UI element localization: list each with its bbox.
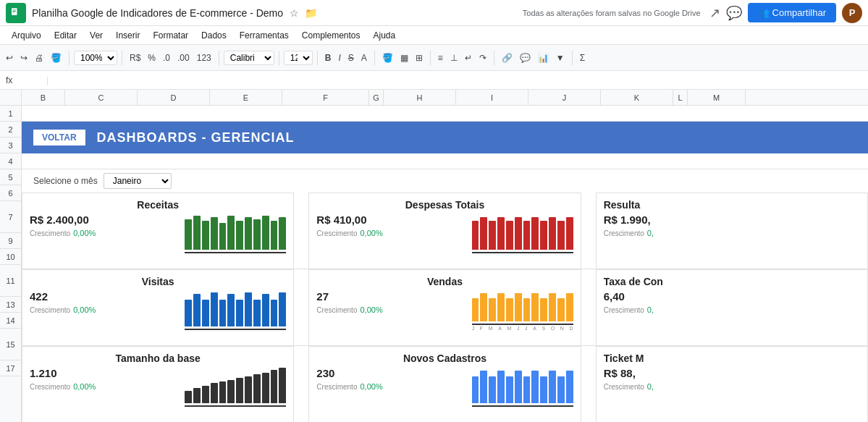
percent-button[interactable]: % [145,51,159,64]
share-button[interactable]: 👥 Compartilhar [748,3,836,22]
undo-button[interactable]: ↩ [3,51,16,64]
row-numbers: 1 2 3 4 5 6 7 9 10 11 13 14 15 17 [0,90,22,422]
kpi-ticket-title: Ticket M [604,353,860,364]
kpi-tamanho-title: Tamanho da base [30,353,286,364]
row-num-14: 14 [0,313,22,329]
rotate-button[interactable]: ↷ [476,51,489,64]
kpi-visitas-chart [185,290,286,339]
kpi-ticket-growth: Crescimento 0, [604,382,860,391]
align-button[interactable]: ≡ [435,51,446,64]
voltar-button[interactable]: VOLTAR [33,130,85,145]
kpi-despesas-left: R$ 410,00 Crescimento 0,00% [316,214,471,237]
wrap-button[interactable]: ↵ [462,51,475,64]
merge-button[interactable]: ⊞ [413,51,426,64]
kpi-visitas-growth-value: 0,00% [73,305,96,314]
row-num-4: 4 [0,153,22,169]
kpi-tamanho-growth-value: 0,00% [73,382,96,391]
decimal2-button[interactable]: .00 [174,51,193,64]
menu-inserir[interactable]: Inserir [110,29,146,42]
zoom-select[interactable]: 100% [74,51,117,65]
svg-rect-3 [13,12,15,12]
fill-color-button[interactable]: 🪣 [379,51,396,64]
menu-complementos[interactable]: Complementos [296,29,366,42]
row-num-10: 10 [0,249,22,265]
row-num-1: 1 [0,106,22,122]
redo-button[interactable]: ↪ [17,51,30,64]
month-selector-row: Selecione o mês Janeiro Fevereiro Março … [22,169,868,193]
strikethrough-button[interactable]: S [345,51,357,64]
kpi-tamanho-left: 1.210 Crescimento 0,00% [30,367,185,391]
col-j[interactable]: J [528,90,601,105]
col-g[interactable]: G [369,90,384,105]
col-e[interactable]: E [210,90,282,105]
text-color-button[interactable]: A [358,51,370,64]
col-b[interactable]: B [22,90,65,105]
kpi-grid: Receitas R$ 2.400,00 Crescimento 0,00% [22,193,868,422]
bold-button[interactable]: B [322,51,334,64]
folder-icon[interactable]: 📁 [305,7,317,19]
kpi-resultado-growth: Crescimento 0, [604,229,860,237]
font-select[interactable]: Calibri [224,51,274,65]
paint-format-button[interactable]: 🪣 [48,51,64,64]
menu-ver[interactable]: Ver [84,29,109,42]
italic-button[interactable]: I [335,51,343,64]
col-k[interactable]: K [601,90,673,105]
avatar[interactable]: P [842,3,862,23]
menu-formatar[interactable]: Formatar [147,29,194,42]
kpi-ticket-growth-label: Crescimento [604,383,644,391]
kpi-vendas-growth-value: 0,00% [360,305,382,314]
decimal0-button[interactable]: .0 [160,51,173,64]
kpi-tamanho: Tamanho da base 1.210 Crescimento 0,00% [22,346,294,422]
kpi-despesas-growth-value: 0,00% [360,229,382,237]
kpi-receitas-body: R$ 2.400,00 Crescimento 0,00% [30,214,286,263]
kpi-ticket-growth-value: 0, [647,382,654,391]
valign-button[interactable]: ⊥ [447,51,460,64]
spreadsheet-container: 1 2 3 4 5 6 7 9 10 11 13 14 15 17 B C D … [0,90,868,422]
menu-bar: Arquivo Editar Ver Inserir Formatar Dado… [0,26,868,45]
menu-ferramentas[interactable]: Ferramentas [234,29,295,42]
kpi-visitas-growth: Crescimento 0,00% [30,305,185,314]
kpi-receitas-growth-value: 0,00% [73,229,96,237]
spacer-4 [581,269,596,346]
kpi-taxa-body: 6,40 Crescimento 0, [604,290,860,314]
col-l[interactable]: L [673,90,688,105]
comment-button[interactable]: 💬 [517,51,534,64]
borders-button[interactable]: ▦ [397,51,411,64]
menu-editar[interactable]: Editar [49,29,83,42]
comment-icon[interactable]: 💬 [726,5,742,21]
formula-button[interactable]: Σ [577,51,588,64]
menu-ajuda[interactable]: Ajuda [368,29,402,42]
kpi-vendas: Vendas 27 Crescimento 0,00% [308,269,581,346]
month-selector[interactable]: Janeiro Fevereiro Março Abril Maio Junho… [104,173,172,189]
link-button[interactable]: 🔗 [499,51,515,64]
kpi-vendas-title: Vendas [316,276,573,287]
kpi-novos: Novos Cadastros 230 Crescimento 0,00% [308,346,581,422]
col-h[interactable]: H [384,90,456,105]
saved-message: Todas as alterações foram salvas no Goog… [523,9,701,17]
filter-button[interactable]: ▼ [553,51,568,64]
format123-button[interactable]: 123 [194,51,214,64]
col-c[interactable]: C [65,90,138,105]
formula-input[interactable] [53,75,862,85]
star-icon[interactable]: ☆ [290,7,299,19]
kpi-receitas-title: Receitas [30,199,286,211]
kpi-ticket: Ticket M R$ 88, Crescimento 0, [596,346,868,422]
kpi-taxa-growth: Crescimento 0, [604,305,860,314]
kpi-resultado: Resulta R$ 1.990, Crescimento 0, [596,193,868,269]
chart-button[interactable]: 📊 [535,51,552,64]
kpi-despesas-title: Despesas Totais [316,199,573,211]
col-f[interactable]: F [282,90,369,105]
currency-button[interactable]: R$ [127,51,143,64]
col-i[interactable]: I [456,90,528,105]
kpi-tamanho-growth-label: Crescimento [30,383,70,391]
menu-arquivo[interactable]: Arquivo [6,29,47,42]
col-d[interactable]: D [138,90,210,105]
trending-icon[interactable]: ↗ [709,5,720,21]
menu-dados[interactable]: Dados [195,29,232,42]
row-num-6: 6 [0,185,22,201]
kpi-receitas-growth: Crescimento 0,00% [30,229,185,237]
font-size-select[interactable]: 12 [284,51,313,65]
cell-reference-input[interactable] [6,75,42,85]
col-m[interactable]: M [688,90,746,105]
print-button[interactable]: 🖨 [32,51,46,64]
